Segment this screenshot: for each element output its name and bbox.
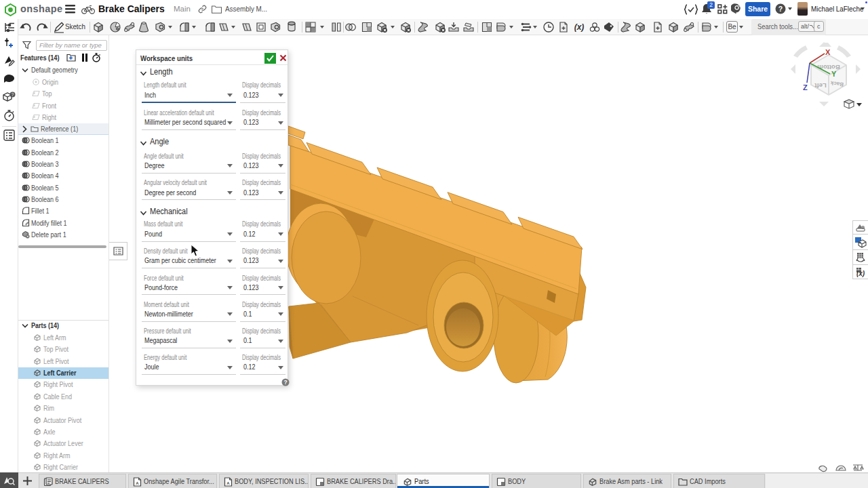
svg-text:?: ?: [283, 379, 287, 386]
svg-text:A: A: [136, 481, 139, 485]
svg-text:?: ?: [778, 5, 783, 13]
svg-text:Left: Left: [814, 82, 826, 89]
svg-text:?: ?: [12, 92, 14, 97]
svg-text:Y: Y: [831, 70, 837, 78]
svg-text:Z: Z: [803, 83, 808, 92]
svg-text:Bottom: Bottom: [817, 64, 840, 71]
svg-text:A: A: [226, 481, 230, 485]
svg-text:(x): (x): [856, 270, 865, 277]
svg-text:X: X: [825, 48, 831, 56]
